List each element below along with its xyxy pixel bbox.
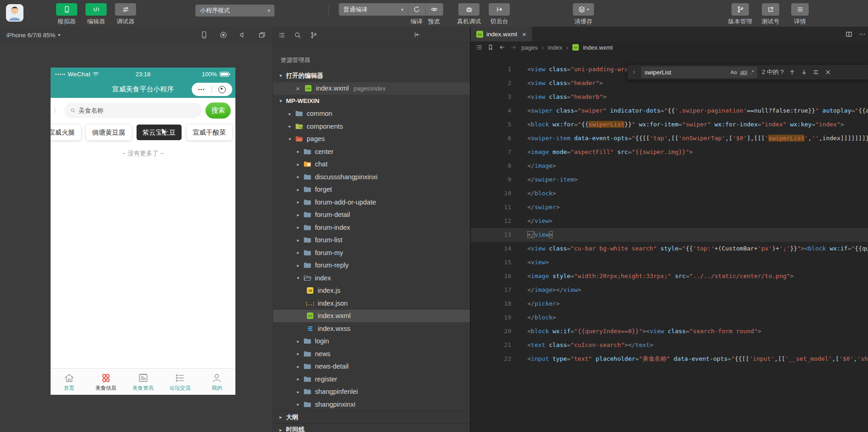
compile-button[interactable]	[408, 3, 426, 16]
search-input[interactable]: 美食名称	[64, 103, 202, 118]
switch-background-button[interactable]	[489, 3, 510, 16]
more-actions-icon[interactable]	[858, 30, 866, 38]
capsule-home-icon[interactable]	[218, 86, 226, 93]
tree-folder-common[interactable]: ▸common	[273, 108, 470, 120]
capsule-buttons[interactable]: •••	[192, 83, 232, 96]
find-in-selection-icon[interactable]	[812, 68, 820, 76]
tree-folder-forum-index[interactable]: ▸forum-index	[273, 221, 470, 234]
tree-folder-forum-add-or-update[interactable]: ▸forum-add-or-update	[273, 196, 470, 209]
tree-folder-chat[interactable]: ▸chat	[273, 158, 470, 171]
collapse-sidebar-icon[interactable]	[413, 31, 421, 39]
next-match-icon[interactable]	[800, 68, 808, 76]
tree-folder-center[interactable]: ▸center	[273, 145, 470, 158]
category-chip[interactable]: 紫云宝土豆	[137, 125, 182, 140]
toggle-replace-icon[interactable]	[631, 69, 637, 75]
search-icon[interactable]	[294, 31, 302, 39]
section-MP-WEIXIN[interactable]: ▾MP-WEIXIN	[273, 95, 470, 108]
capsule-menu-icon[interactable]: •••	[198, 87, 205, 92]
regex-icon[interactable]: .*	[750, 69, 754, 75]
device-selector[interactable]: iPhone 6/7/8 85%▾	[6, 32, 60, 39]
windows-icon[interactable]	[258, 31, 266, 39]
avatar[interactable]	[6, 4, 23, 22]
code-line[interactable]: 8</image>	[471, 159, 868, 173]
editor-button[interactable]	[86, 3, 107, 16]
whole-word-icon[interactable]: abl	[740, 69, 747, 75]
code-line[interactable]: 14<view class="cu-bar bg-white search" s…	[471, 242, 868, 256]
code-line[interactable]: 20<block wx:if="{{queryIndex==0}}"><view…	[471, 324, 868, 338]
tree-folder-forum-reply[interactable]: ▸forum-reply	[273, 259, 470, 272]
branch-icon[interactable]	[310, 31, 318, 39]
category-chip[interactable]: 宣威干酸菜	[187, 125, 232, 140]
tree-folder-shangpinfenlei[interactable]: ▸shangpinfenlei	[273, 386, 470, 398]
code-line[interactable]: 18</picker>	[471, 297, 868, 311]
code-line[interactable]: 12</view>	[471, 214, 868, 228]
tree-folder-discussshangpinxinxi[interactable]: ▸discussshangpinxinxi	[273, 171, 470, 183]
section-打开的编辑器[interactable]: ▾打开的编辑器	[273, 69, 470, 82]
code-line[interactable]: 21<text class="cuIcon-search"></text>	[471, 338, 868, 352]
close-icon[interactable]: ×	[294, 85, 302, 92]
section-大纲[interactable]: ▸大纲	[273, 411, 470, 424]
tabbar-item[interactable]: 美食资讯	[125, 369, 161, 395]
tree-folder-forget[interactable]: ▸forget	[273, 183, 470, 196]
forward-icon[interactable]	[510, 44, 517, 51]
code-line[interactable]: 9</swiper-item>	[471, 173, 868, 187]
details-button[interactable]	[791, 3, 809, 16]
search-button[interactable]: 搜索	[206, 102, 231, 119]
listmenu-icon[interactable]	[278, 31, 286, 39]
tree-folder-forum-detail[interactable]: ▸forum-detail	[273, 209, 470, 222]
phone-icon[interactable]	[200, 31, 208, 39]
code-line[interactable]: 19</block>	[471, 311, 868, 324]
code-line[interactable]: 10</block>	[471, 187, 868, 200]
mode-select[interactable]: 小程序模式▾	[195, 5, 274, 17]
code-line[interactable]: 3<view class="headerb">	[471, 90, 868, 104]
tabbar-item[interactable]: 我的	[199, 369, 235, 395]
tabbar-item[interactable]: 美食信息	[87, 369, 124, 395]
category-chip[interactable]: 宣威火腿	[51, 125, 81, 140]
breadcrumb-file[interactable]: index.wxml	[583, 44, 612, 51]
tree-folder-forum-my[interactable]: ▸forum-my	[273, 246, 470, 259]
tree-folder-news[interactable]: ▸news	[273, 347, 470, 360]
tree-file-index.wxml[interactable]: <>index.wxml	[273, 310, 470, 323]
tree-file-index.js[interactable]: JSindex.js	[273, 284, 470, 297]
find-input[interactable]: swiperList Aa abl .*	[641, 67, 757, 78]
tree-folder-pages[interactable]: ▾pages	[273, 133, 470, 146]
code-line[interactable]: 17</image></view>	[471, 283, 868, 297]
close-tab-icon[interactable]: ×	[522, 30, 526, 38]
compile-mode-select[interactable]: 普通编译▾	[339, 3, 408, 16]
test-account-button[interactable]	[762, 3, 779, 16]
tree-folder-login[interactable]: ▸login	[273, 335, 470, 348]
preview-button[interactable]	[425, 3, 443, 16]
code-line[interactable]: 16<image style="width:20rpx;height:33rpx…	[471, 269, 868, 283]
breadcrumb-index[interactable]: index	[548, 44, 562, 51]
breadcrumb-pages[interactable]: pages	[521, 44, 537, 51]
code-line[interactable]: 4<swiper class="swiper" indicator-dots="…	[471, 104, 868, 118]
mute-icon[interactable]	[239, 31, 247, 39]
outline-icon[interactable]	[475, 44, 483, 51]
open-editor-item[interactable]: ×<>index.wxmlpages\index	[273, 82, 470, 95]
code-line[interactable]: 11</swiper>	[471, 200, 868, 214]
tree-folder-index[interactable]: ▾index	[273, 272, 470, 284]
tree-folder-forum-list[interactable]: ▸forum-list	[273, 234, 470, 247]
tree-folder-components[interactable]: ▸components	[273, 120, 470, 133]
tabbar-item[interactable]: 首页	[51, 369, 87, 395]
category-chip[interactable]: 倘塘黄豆腐	[86, 125, 131, 140]
code-area[interactable]: 1<view class="uni-padding-wrap">2<view c…	[471, 53, 868, 432]
tree-folder-shangpinxinxi[interactable]: ▸shangpinxinxi	[273, 398, 470, 411]
clear-cache-button[interactable]: ▾	[573, 3, 594, 16]
simulator-button[interactable]	[56, 3, 77, 16]
tree-file-index.wxss[interactable]: index.wxss	[273, 322, 470, 335]
back-icon[interactable]	[498, 44, 506, 51]
code-line[interactable]: 6<swiper-item data-event-opts="{{[['tap'…	[471, 131, 868, 145]
tree-file-index.json[interactable]: {..}index.json	[273, 297, 470, 310]
version-control-button[interactable]	[731, 3, 749, 16]
code-line[interactable]: 7<image mode="aspectFill" src="{{swiper.…	[471, 145, 868, 159]
close-find-icon[interactable]	[824, 68, 832, 76]
bookmark-icon[interactable]	[487, 44, 494, 51]
tree-folder-news-detail[interactable]: ▸news-detail	[273, 360, 470, 373]
code-line[interactable]: 5<block wx:for="{{swiperList}}" wx:for-i…	[471, 118, 868, 131]
tree-folder-register[interactable]: ▸register	[273, 373, 470, 386]
code-line[interactable]: 15<view>	[471, 256, 868, 269]
code-line[interactable]: 13</view>	[471, 228, 868, 242]
previous-match-icon[interactable]	[788, 68, 796, 76]
device-debug-button[interactable]	[458, 3, 480, 16]
